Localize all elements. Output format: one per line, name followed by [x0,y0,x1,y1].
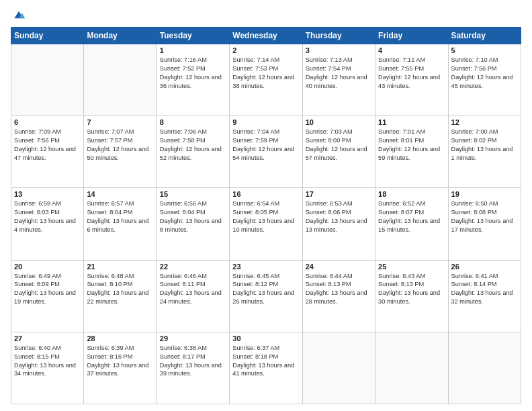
calendar-cell [11,44,84,116]
day-number: 20 [14,263,81,271]
day-info: Sunrise: 7:09 AMSunset: 7:56 PMDaylight:… [14,128,81,163]
day-info: Sunrise: 7:16 AMSunset: 7:52 PMDaylight:… [160,56,226,91]
day-info: Sunrise: 6:57 AMSunset: 8:04 PMDaylight:… [87,199,153,234]
calendar-cell: 24Sunrise: 6:44 AMSunset: 8:13 PMDayligh… [302,260,375,332]
day-number: 23 [232,263,299,271]
calendar-cell: 27Sunrise: 6:40 AMSunset: 8:15 PMDayligh… [11,332,84,404]
day-number: 9 [232,118,299,126]
calendar-cell: 11Sunrise: 7:01 AMSunset: 8:01 PMDayligh… [375,116,448,188]
calendar-cell: 6Sunrise: 7:09 AMSunset: 7:56 PMDaylight… [11,116,84,188]
day-number: 28 [87,334,153,342]
calendar-day-header: Friday [375,28,448,44]
calendar-week-row: 6Sunrise: 7:09 AMSunset: 7:56 PMDaylight… [11,116,521,188]
calendar-week-row: 20Sunrise: 6:49 AMSunset: 8:09 PMDayligh… [11,260,521,332]
day-info: Sunrise: 6:41 AMSunset: 8:14 PMDaylight:… [451,272,518,307]
day-info: Sunrise: 6:40 AMSunset: 8:15 PMDaylight:… [14,344,81,379]
calendar-cell: 20Sunrise: 6:49 AMSunset: 8:09 PMDayligh… [11,260,84,332]
day-info: Sunrise: 7:01 AMSunset: 8:01 PMDaylight:… [378,128,445,163]
calendar-day-header: Sunday [11,28,84,44]
day-number: 25 [378,263,445,271]
day-number: 24 [306,263,372,271]
day-number: 15 [160,190,226,198]
calendar-cell: 5Sunrise: 7:10 AMSunset: 7:56 PMDaylight… [448,44,521,116]
day-info: Sunrise: 6:48 AMSunset: 8:10 PMDaylight:… [87,272,153,307]
day-info: Sunrise: 6:49 AMSunset: 8:09 PMDaylight:… [14,272,81,307]
day-number: 2 [232,46,299,54]
calendar-header-row: SundayMondayTuesdayWednesdayThursdayFrid… [11,28,521,44]
day-number: 6 [14,118,81,126]
calendar-cell: 25Sunrise: 6:43 AMSunset: 8:13 PMDayligh… [375,260,448,332]
calendar-cell: 23Sunrise: 6:45 AMSunset: 8:12 PMDayligh… [230,260,302,332]
day-number: 13 [14,190,81,198]
calendar-cell: 30Sunrise: 6:37 AMSunset: 8:18 PMDayligh… [230,332,302,404]
day-info: Sunrise: 6:52 AMSunset: 8:07 PMDaylight:… [378,199,445,234]
day-info: Sunrise: 6:43 AMSunset: 8:13 PMDaylight:… [378,272,445,307]
calendar-cell: 1Sunrise: 7:16 AMSunset: 7:52 PMDaylight… [157,44,229,116]
day-info: Sunrise: 7:04 AMSunset: 7:59 PMDaylight:… [232,128,299,163]
logo [11,8,26,21]
calendar-cell: 26Sunrise: 6:41 AMSunset: 8:14 PMDayligh… [448,260,521,332]
calendar-cell [375,332,448,404]
day-info: Sunrise: 6:54 AMSunset: 8:05 PMDaylight:… [232,199,299,234]
calendar-week-row: 27Sunrise: 6:40 AMSunset: 8:15 PMDayligh… [11,332,521,404]
logo-icon [12,8,26,21]
day-number: 3 [306,46,372,54]
day-info: Sunrise: 6:39 AMSunset: 8:16 PMDaylight:… [87,344,153,379]
calendar-week-row: 13Sunrise: 6:59 AMSunset: 8:03 PMDayligh… [11,188,521,260]
calendar-cell: 22Sunrise: 6:46 AMSunset: 8:11 PMDayligh… [157,260,229,332]
calendar-cell [84,44,157,116]
day-number: 12 [451,118,518,126]
day-number: 4 [378,46,445,54]
calendar-cell: 21Sunrise: 6:48 AMSunset: 8:10 PMDayligh… [84,260,157,332]
day-number: 17 [306,190,372,198]
calendar-cell: 4Sunrise: 7:11 AMSunset: 7:55 PMDaylight… [375,44,448,116]
day-info: Sunrise: 7:03 AMSunset: 8:00 PMDaylight:… [306,128,372,163]
day-info: Sunrise: 7:00 AMSunset: 8:02 PMDaylight:… [451,128,518,163]
calendar-cell: 10Sunrise: 7:03 AMSunset: 8:00 PMDayligh… [302,116,375,188]
day-info: Sunrise: 6:38 AMSunset: 8:17 PMDaylight:… [160,344,226,379]
calendar-cell: 18Sunrise: 6:52 AMSunset: 8:07 PMDayligh… [375,188,448,260]
calendar-day-header: Monday [84,28,157,44]
day-info: Sunrise: 6:59 AMSunset: 8:03 PMDaylight:… [14,199,81,234]
calendar-cell: 7Sunrise: 7:07 AMSunset: 7:57 PMDaylight… [84,116,157,188]
day-info: Sunrise: 6:50 AMSunset: 8:08 PMDaylight:… [451,199,518,234]
day-info: Sunrise: 7:11 AMSunset: 7:55 PMDaylight:… [378,56,445,91]
calendar-day-header: Thursday [302,28,375,44]
day-number: 5 [451,46,518,54]
day-number: 11 [378,118,445,126]
day-number: 7 [87,118,153,126]
day-info: Sunrise: 6:53 AMSunset: 8:06 PMDaylight:… [306,199,372,234]
calendar-cell: 17Sunrise: 6:53 AMSunset: 8:06 PMDayligh… [302,188,375,260]
day-number: 1 [160,46,226,54]
day-info: Sunrise: 6:46 AMSunset: 8:11 PMDaylight:… [160,272,226,307]
day-info: Sunrise: 7:10 AMSunset: 7:56 PMDaylight:… [451,56,518,91]
calendar-cell: 8Sunrise: 7:06 AMSunset: 7:58 PMDaylight… [157,116,229,188]
day-number: 10 [306,118,372,126]
day-number: 22 [160,263,226,271]
calendar-day-header: Tuesday [157,28,229,44]
day-number: 26 [451,263,518,271]
day-info: Sunrise: 7:06 AMSunset: 7:58 PMDaylight:… [160,128,226,163]
calendar-cell: 3Sunrise: 7:13 AMSunset: 7:54 PMDaylight… [302,44,375,116]
day-number: 21 [87,263,153,271]
calendar-cell: 29Sunrise: 6:38 AMSunset: 8:17 PMDayligh… [157,332,229,404]
calendar-cell: 12Sunrise: 7:00 AMSunset: 8:02 PMDayligh… [448,116,521,188]
calendar-cell: 13Sunrise: 6:59 AMSunset: 8:03 PMDayligh… [11,188,84,260]
day-number: 30 [232,334,299,342]
day-info: Sunrise: 6:56 AMSunset: 8:04 PMDaylight:… [160,199,226,234]
day-info: Sunrise: 7:13 AMSunset: 7:54 PMDaylight:… [306,56,372,91]
day-number: 14 [87,190,153,198]
calendar-table: SundayMondayTuesdayWednesdayThursdayFrid… [11,27,521,404]
day-info: Sunrise: 7:07 AMSunset: 7:57 PMDaylight:… [87,128,153,163]
calendar-cell: 2Sunrise: 7:14 AMSunset: 7:53 PMDaylight… [230,44,302,116]
day-number: 8 [160,118,226,126]
calendar-cell [302,332,375,404]
day-number: 27 [14,334,81,342]
calendar-cell: 15Sunrise: 6:56 AMSunset: 8:04 PMDayligh… [157,188,229,260]
day-number: 18 [378,190,445,198]
day-info: Sunrise: 6:44 AMSunset: 8:13 PMDaylight:… [306,272,372,307]
calendar-cell: 14Sunrise: 6:57 AMSunset: 8:04 PMDayligh… [84,188,157,260]
calendar-cell: 19Sunrise: 6:50 AMSunset: 8:08 PMDayligh… [448,188,521,260]
day-number: 29 [160,334,226,342]
calendar-cell [448,332,521,404]
